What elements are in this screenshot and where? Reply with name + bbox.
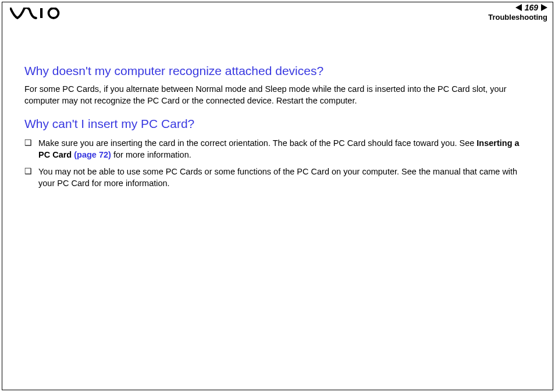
heading-1: Why doesn't my computer recognize attach… xyxy=(24,64,531,78)
page-header: 169 Troubleshooting xyxy=(2,2,553,25)
list-item-text: Make sure you are inserting the card in … xyxy=(38,138,531,161)
list-item: ❑ You may not be able to use some PC Car… xyxy=(24,166,531,189)
bullet-icon: ❑ xyxy=(24,138,38,161)
header-right: 169 Troubleshooting xyxy=(488,3,547,22)
section-title: Troubleshooting xyxy=(488,13,547,22)
page-link[interactable]: (page 72) xyxy=(74,150,111,159)
heading-2: Why can't I insert my PC Card? xyxy=(24,117,531,131)
list-item: ❑ Make sure you are inserting the card i… xyxy=(24,138,531,161)
page-navigation: 169 xyxy=(515,3,547,12)
list-item-text: You may not be able to use some PC Cards… xyxy=(38,166,531,189)
text-segment: Make sure you are inserting the card in … xyxy=(38,138,476,148)
next-page-arrow-icon[interactable] xyxy=(541,4,547,11)
svg-point-1 xyxy=(49,8,59,18)
svg-rect-0 xyxy=(40,8,42,18)
vaio-logo xyxy=(10,8,65,22)
paragraph-1: For some PC Cards, if you alternate betw… xyxy=(24,84,531,106)
page-content: Why doesn't my computer recognize attach… xyxy=(24,64,531,195)
bullet-list: ❑ Make sure you are inserting the card i… xyxy=(24,138,531,189)
prev-page-arrow-icon[interactable] xyxy=(515,4,522,11)
bullet-icon: ❑ xyxy=(24,166,38,189)
page-border xyxy=(2,2,553,390)
page-number: 169 xyxy=(523,3,540,12)
text-segment: for more information. xyxy=(111,150,191,159)
